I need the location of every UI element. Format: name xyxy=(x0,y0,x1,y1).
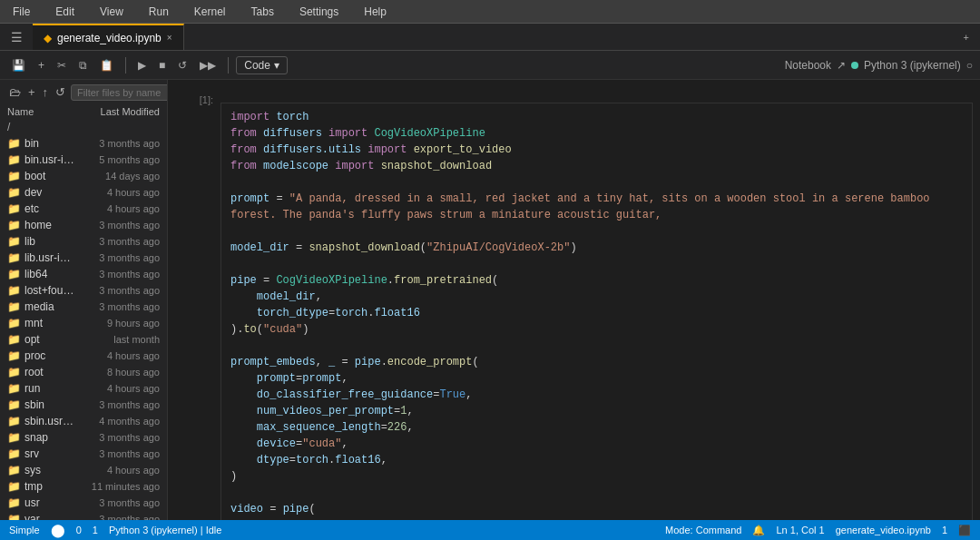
save-button[interactable]: 💾 xyxy=(7,57,30,74)
file-item[interactable]: 📁 srv 3 months ago xyxy=(0,446,167,462)
col-name-header[interactable]: Name xyxy=(7,106,78,117)
file-date-label: 4 hours ago xyxy=(78,187,160,198)
menu-file[interactable]: File xyxy=(7,4,35,20)
file-item[interactable]: 📁 opt last month xyxy=(0,331,167,348)
menu-edit[interactable]: Edit xyxy=(50,4,80,20)
move-up-icon[interactable]: ↑ xyxy=(937,90,943,101)
file-item[interactable]: 📁 lib 3 months ago xyxy=(0,233,167,250)
file-item[interactable]: 📁 snap 3 months ago xyxy=(0,429,167,446)
file-item[interactable]: 📁 sbin 3 months ago xyxy=(0,397,167,413)
file-date-label: 4 hours ago xyxy=(78,203,160,214)
file-item[interactable]: 📁 var 3 months ago xyxy=(0,511,167,520)
file-type-icon: 📁 xyxy=(7,513,21,520)
col-modified-header[interactable]: Last Modified xyxy=(78,106,160,117)
file-date-label: 8 hours ago xyxy=(78,367,160,378)
menu-help[interactable]: Help xyxy=(358,4,392,20)
menu-tabs[interactable]: Tabs xyxy=(246,4,279,20)
tab-close-button[interactable]: × xyxy=(167,33,172,43)
search-input[interactable] xyxy=(71,84,168,101)
file-date-label: 3 months ago xyxy=(78,448,160,459)
cut-button[interactable]: ✂ xyxy=(53,57,71,74)
file-type-icon: 📁 xyxy=(7,349,21,362)
menu-kernel[interactable]: Kernel xyxy=(189,4,231,20)
file-item[interactable]: 📁 tmp 11 minutes ago xyxy=(0,478,167,495)
bell-icon[interactable]: 🔔 xyxy=(752,525,765,536)
file-date-label: 4 hours ago xyxy=(78,465,160,476)
cell-1: [1]: ⧉ ↑ ↓ ↓ 🗑 import torch from diffuse… xyxy=(175,89,973,520)
run-all-button[interactable]: ▶▶ xyxy=(195,57,220,74)
file-item[interactable]: 📁 etc 4 hours ago xyxy=(0,201,167,217)
run-button[interactable]: ▶ xyxy=(133,57,151,74)
file-date-label: 9 hours ago xyxy=(78,318,160,329)
file-item[interactable]: 📁 boot 14 days ago xyxy=(0,168,167,184)
new-file-icon[interactable]: + xyxy=(26,83,37,101)
file-name-label: boot xyxy=(24,170,74,182)
file-item[interactable]: 📁 lib64 3 months ago xyxy=(0,266,167,282)
file-name-label: tmp xyxy=(24,480,74,493)
file-item[interactable]: 📁 bin.usr-is-... 5 months ago xyxy=(0,152,167,168)
sidebar-toggle-icon[interactable]: ☰ xyxy=(11,30,23,44)
cell-type-label: Code xyxy=(244,59,270,72)
cell-type-dropdown[interactable]: Code ▾ xyxy=(236,56,288,74)
file-item[interactable]: 📁 sbin.usr-is-... 4 months ago xyxy=(0,413,167,429)
tab-label: generate_video.ipynb xyxy=(57,32,162,44)
mode-label: Mode: Command xyxy=(665,525,741,535)
file-item[interactable]: 📁 run 4 hours ago xyxy=(0,380,167,397)
file-type-icon: 📁 xyxy=(7,480,21,493)
file-item[interactable]: 📁 home 3 months ago xyxy=(0,217,167,233)
external-link-icon[interactable]: ↗ xyxy=(837,59,846,72)
copy-button[interactable]: ⧉ xyxy=(74,57,92,74)
file-type-icon: 📁 xyxy=(7,431,21,444)
refresh-icon[interactable]: ↺ xyxy=(54,83,67,101)
cell-1-label: [1]: xyxy=(175,89,220,520)
status-bar: Simple ⬤ 0 1 Python 3 (ipykernel) | Idle… xyxy=(0,520,980,540)
restart-button[interactable]: ↺ xyxy=(173,57,191,74)
menu-bar: File Edit View Run Kernel Tabs Settings … xyxy=(0,0,980,24)
status-number: 1 xyxy=(942,525,947,535)
menu-settings[interactable]: Settings xyxy=(294,4,344,20)
file-date-label: 11 minutes ago xyxy=(78,481,160,492)
file-name-label: media xyxy=(24,300,74,313)
notebook-tab[interactable]: ◆ generate_video.ipynb × xyxy=(33,24,184,50)
file-item[interactable]: 📁 mnt 9 hours ago xyxy=(0,315,167,331)
toolbar: 💾 + ✂ ⧉ 📋 ▶ ■ ↺ ▶▶ Code ▾ Notebook ↗ Pyt… xyxy=(0,51,980,80)
kernel-status-label[interactable]: Python 3 (ipykernel) | Idle xyxy=(109,525,222,535)
file-type-icon: 📁 xyxy=(7,219,21,231)
menu-run[interactable]: Run xyxy=(143,4,174,20)
file-item[interactable]: 📁 proc 4 hours ago xyxy=(0,348,167,364)
file-name-label: dev xyxy=(24,186,74,199)
copy-cell-icon[interactable]: ⧉ xyxy=(926,89,934,101)
file-item[interactable]: 📁 sys 4 hours ago xyxy=(0,462,167,478)
file-item[interactable]: 📁 usr 3 months ago xyxy=(0,495,167,511)
add-cell-button[interactable]: + xyxy=(34,57,49,74)
delete-cell-icon[interactable]: 🗑 xyxy=(963,90,973,101)
cell-1-content[interactable]: ⧉ ↑ ↓ ↓ 🗑 import torch from diffusers im… xyxy=(220,89,973,520)
toggle-icon[interactable]: ⬤ xyxy=(51,523,65,537)
download-icon[interactable]: ↓ xyxy=(955,90,960,101)
code-block-1[interactable]: import torch from diffusers import CogVi… xyxy=(220,103,973,520)
new-tab-button[interactable]: + xyxy=(960,30,973,44)
upload-icon[interactable]: ↑ xyxy=(41,83,51,101)
file-item[interactable]: 📁 media 3 months ago xyxy=(0,299,167,315)
file-item[interactable]: 📁 lost+found 3 months ago xyxy=(0,282,167,299)
file-date-label: 3 months ago xyxy=(78,220,160,231)
menu-view[interactable]: View xyxy=(94,4,129,20)
status-right: Mode: Command 🔔 Ln 1, Col 1 generate_vid… xyxy=(665,525,971,536)
move-down-icon[interactable]: ↓ xyxy=(946,90,951,101)
interrupt-button[interactable]: ■ xyxy=(154,57,170,74)
file-type-icon: 📁 xyxy=(7,153,21,166)
file-item[interactable]: 📁 root 8 hours ago xyxy=(0,364,167,380)
terminal-icon[interactable]: ⬛ xyxy=(958,525,971,536)
kernel-circle-icon[interactable]: ○ xyxy=(966,59,973,72)
notebook-area[interactable]: [1]: ⧉ ↑ ↓ ↓ 🗑 import torch from diffuse… xyxy=(168,80,980,520)
toolbar-separator xyxy=(125,57,126,74)
file-list: 📁 bin 3 months ago 📁 bin.usr-is-... 5 mo… xyxy=(0,135,167,520)
kernel-status-dot xyxy=(851,62,858,69)
file-name-label: lib xyxy=(24,235,74,248)
new-folder-icon[interactable]: 🗁 xyxy=(7,83,23,101)
tab-bar-actions: + xyxy=(953,30,980,44)
file-item[interactable]: 📁 lib.usr-is-... 3 months ago xyxy=(0,250,167,266)
file-item[interactable]: 📁 bin 3 months ago xyxy=(0,135,167,152)
file-item[interactable]: 📁 dev 4 hours ago xyxy=(0,184,167,201)
paste-button[interactable]: 📋 xyxy=(95,57,118,74)
